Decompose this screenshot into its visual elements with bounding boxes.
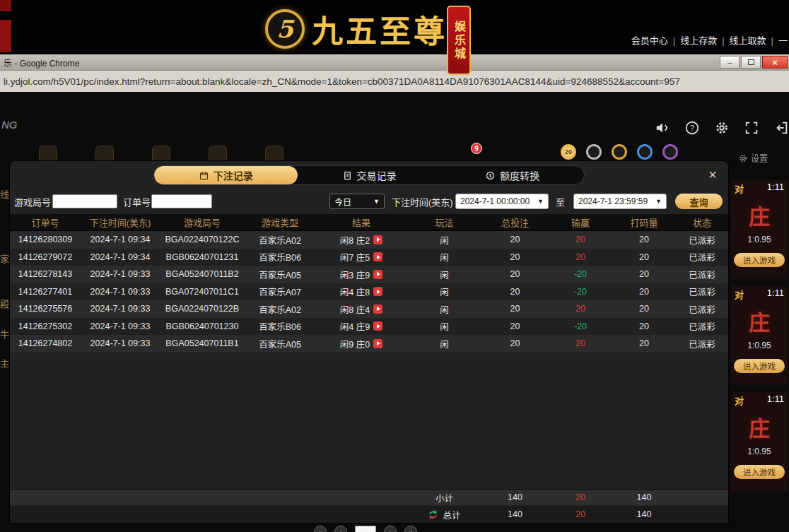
cell-round: BGA052407011B2: [160, 266, 245, 283]
notification-badge: 9: [471, 143, 482, 154]
cell-play: 闲: [407, 318, 481, 336]
total-bet: 140: [481, 506, 549, 523]
nav-withdraw[interactable]: 线上取款: [730, 35, 766, 46]
col-round: 游戏局号: [160, 214, 245, 230]
game-category-icon[interactable]: [209, 146, 227, 161]
cell-bet: 20: [481, 266, 549, 283]
table-header: 订单号 下注时间(美东) 游戏局号 游戏类型 结果 玩法 总投注 输赢 打码量 …: [10, 214, 728, 231]
date-to-select[interactable]: 2024-7-1 23:59:59▼: [573, 194, 667, 209]
last-page-button[interactable]: »: [404, 526, 417, 532]
tab-bet-records[interactable]: 下注记录: [154, 166, 298, 184]
date-from-select[interactable]: 2024-7-1 00:00:00▼: [455, 194, 549, 209]
enter-game-button[interactable]: 进入游戏: [734, 359, 785, 373]
window-controls: – ×: [720, 56, 788, 69]
nav-deposit[interactable]: 线上存款: [680, 35, 717, 46]
range-select[interactable]: 今日▼: [329, 194, 385, 209]
cell-wager: 20: [612, 231, 676, 249]
cell-time: 2024-7-1 09:33: [81, 283, 160, 301]
cell-win: -20: [549, 318, 612, 336]
cell-win: 20: [549, 249, 612, 266]
browser-urlbar[interactable]: li.ydjol.com/h5V01/pc/index.html?return=…: [0, 70, 789, 92]
cell-status: 已派彩: [676, 249, 728, 266]
total-label: 总计: [443, 508, 460, 521]
replay-button[interactable]: [373, 235, 382, 244]
table-row: 141262781432024-7-1 09:33BGA052407011B2百…: [10, 266, 728, 283]
cell-round: BGA052407011B1: [160, 335, 245, 353]
cell-status: 已派彩: [676, 283, 728, 301]
tab-label: 下注记录: [214, 168, 253, 182]
chip[interactable]: [612, 144, 627, 160]
cell-type: 百家乐A07: [245, 283, 315, 301]
chip[interactable]: [637, 144, 653, 160]
countdown-timer: 1:11: [767, 182, 784, 195]
exit-icon[interactable]: [773, 120, 789, 136]
col-play: 玩法: [407, 214, 481, 230]
query-button[interactable]: 查询: [675, 194, 723, 209]
cell-bet: 20: [481, 335, 549, 353]
top-nav: 会员中心|线上存款|线上取款|一: [631, 33, 788, 47]
nav-member-center[interactable]: 会员中心: [631, 35, 668, 46]
cell-bet: 20: [481, 318, 549, 336]
chevron-down-icon: ▼: [373, 198, 380, 205]
replay-button[interactable]: [373, 270, 382, 279]
page-number-input[interactable]: [355, 526, 376, 532]
game-category-icon[interactable]: [265, 146, 284, 161]
enter-game-button[interactable]: 进入游戏: [734, 465, 785, 479]
first-page-button[interactable]: «: [314, 526, 327, 532]
odds-label: 1:0.95: [731, 235, 788, 244]
close-window-button[interactable]: ×: [762, 56, 788, 69]
settings-button[interactable]: 设置: [738, 152, 768, 164]
chip-20[interactable]: 20: [561, 144, 576, 160]
replay-button[interactable]: [373, 321, 382, 331]
cell-play: 闲: [407, 266, 481, 283]
cell-result: 闲9 庄0: [315, 335, 407, 353]
cell-bet: 20: [481, 283, 549, 301]
enter-game-button[interactable]: 进入游戏: [734, 253, 785, 267]
chip[interactable]: [586, 144, 602, 160]
table-row: 141262774012024-7-1 09:33BGA072407011C1百…: [10, 283, 728, 301]
close-icon[interactable]: ×: [708, 167, 717, 182]
replay-button[interactable]: [373, 305, 382, 314]
gear-icon[interactable]: [714, 120, 730, 136]
cell-win: 20: [549, 231, 612, 249]
browser-titlebar[interactable]: 乐 - Google Chrome – ×: [0, 54, 789, 70]
banker-label: 庄: [731, 199, 788, 230]
replay-button[interactable]: [373, 339, 382, 348]
col-bet: 总投注: [481, 214, 549, 230]
refresh-icon[interactable]: [428, 509, 438, 520]
window-fragment: [0, 20, 11, 52]
round-input[interactable]: [52, 194, 117, 208]
cell-result: 闲4 庄8: [315, 283, 407, 301]
sound-icon[interactable]: [655, 120, 670, 136]
order-input[interactable]: [151, 194, 212, 208]
cell-round: BGA0224070122C: [160, 231, 245, 249]
pair-label: 对: [735, 288, 744, 301]
settings-label: 设置: [751, 152, 768, 164]
cell-bet: 20: [481, 300, 549, 318]
maximize-button[interactable]: [741, 56, 761, 69]
round-label: 游戏局号: [14, 194, 51, 209]
next-page-button[interactable]: ›: [384, 526, 397, 532]
game-category-icon[interactable]: [95, 146, 114, 161]
prev-page-button[interactable]: ‹: [334, 526, 347, 532]
subtotal-label: 小计: [407, 490, 481, 505]
cell-round: BGB06240701230: [160, 318, 245, 336]
cell-play: 闲: [407, 231, 481, 249]
table-body: 141262803092024-7-1 09:34BGA0224070122C百…: [10, 231, 728, 353]
replay-button[interactable]: [373, 252, 382, 261]
minimize-button[interactable]: –: [720, 56, 740, 69]
subtotal-bet: 140: [481, 490, 549, 505]
tab-transaction-records[interactable]: 交易记录: [298, 166, 441, 184]
game-category-icon[interactable]: [39, 146, 57, 161]
replay-button[interactable]: [373, 287, 382, 296]
game-category-icon[interactable]: [152, 146, 170, 161]
help-icon[interactable]: ?: [684, 120, 700, 136]
cell-order: 14126274802: [10, 335, 81, 353]
fullscreen-icon[interactable]: [744, 120, 759, 136]
tab-credit-transfer[interactable]: $ 额度转换: [440, 166, 584, 184]
chip[interactable]: [662, 144, 678, 160]
sidebar-fragment: 家乐: [0, 252, 10, 265]
cell-type: 百家乐A02: [245, 231, 315, 249]
nav-truncated[interactable]: 一: [778, 35, 788, 46]
cell-wager: 20: [612, 318, 676, 336]
